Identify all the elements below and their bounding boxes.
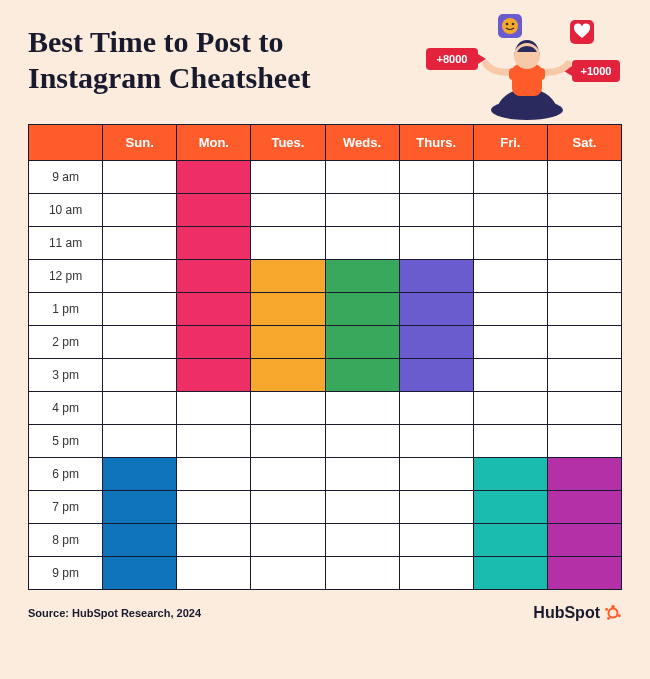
schedule-cell <box>473 227 547 260</box>
schedule-cell <box>473 293 547 326</box>
schedule-cell <box>177 194 251 227</box>
day-header: Mon. <box>177 125 251 161</box>
schedule-cell <box>399 557 473 590</box>
schedule-cell <box>325 293 399 326</box>
table-row: 8 pm <box>29 524 622 557</box>
schedule-cell <box>251 359 325 392</box>
schedule-cell <box>177 260 251 293</box>
hubspot-sprocket-icon <box>604 604 622 622</box>
table-row: 4 pm <box>29 392 622 425</box>
schedule-cell <box>473 359 547 392</box>
table-row: 1 pm <box>29 293 622 326</box>
day-header: Sat. <box>547 125 621 161</box>
emoji-icon <box>498 14 522 38</box>
time-label: 4 pm <box>29 392 103 425</box>
schedule-cell <box>251 293 325 326</box>
schedule-cell <box>399 524 473 557</box>
schedule-cell <box>473 458 547 491</box>
schedule-cell <box>399 458 473 491</box>
schedule-cell <box>103 557 177 590</box>
table-row: 7 pm <box>29 491 622 524</box>
source-attribution: Source: HubSpot Research, 2024 <box>28 607 201 619</box>
schedule-cell <box>325 392 399 425</box>
person-icon <box>486 40 568 120</box>
schedule-cell <box>103 161 177 194</box>
schedule-cell <box>251 524 325 557</box>
schedule-cell <box>547 491 621 524</box>
schedule-cell <box>325 491 399 524</box>
schedule-cell <box>473 260 547 293</box>
schedule-cell <box>547 326 621 359</box>
schedule-cell <box>547 392 621 425</box>
schedule-cell <box>547 260 621 293</box>
schedule-cell <box>103 194 177 227</box>
schedule-cell <box>325 161 399 194</box>
day-header: Fri. <box>473 125 547 161</box>
schedule-cell <box>473 425 547 458</box>
schedule-cell <box>399 293 473 326</box>
schedule-cell <box>103 491 177 524</box>
time-label: 2 pm <box>29 326 103 359</box>
schedule-cell <box>103 260 177 293</box>
svg-point-18 <box>607 617 610 620</box>
svg-point-7 <box>506 23 509 26</box>
schedule-cell <box>103 425 177 458</box>
schedule-cell <box>399 491 473 524</box>
schedule-cell <box>251 161 325 194</box>
schedule-cell <box>325 260 399 293</box>
schedule-cell <box>399 161 473 194</box>
schedule-cell <box>251 227 325 260</box>
schedule-cell <box>325 227 399 260</box>
right-badge-text: +1000 <box>581 65 612 77</box>
schedule-cell <box>177 458 251 491</box>
schedule-cell <box>103 293 177 326</box>
schedule-cell <box>177 161 251 194</box>
time-label: 3 pm <box>29 359 103 392</box>
schedule-cell <box>547 293 621 326</box>
schedule-cell <box>547 161 621 194</box>
schedule-cell <box>103 392 177 425</box>
schedule-cell <box>251 392 325 425</box>
schedule-table: Sun.Mon.Tues.Weds.Thurs.Fri.Sat. 9 am10 … <box>28 124 622 590</box>
svg-point-17 <box>618 614 621 617</box>
svg-point-15 <box>611 605 615 609</box>
table-row: 12 pm <box>29 260 622 293</box>
svg-point-8 <box>512 23 515 26</box>
footer: Source: HubSpot Research, 2024 HubSpot <box>28 604 622 622</box>
schedule-cell <box>103 458 177 491</box>
schedule-cell <box>177 524 251 557</box>
schedule-cell <box>177 359 251 392</box>
schedule-cell <box>473 161 547 194</box>
schedule-cell <box>177 557 251 590</box>
time-label: 9 pm <box>29 557 103 590</box>
schedule-cell <box>547 458 621 491</box>
schedule-cell <box>325 557 399 590</box>
schedule-cell <box>325 359 399 392</box>
table-row: 5 pm <box>29 425 622 458</box>
svg-rect-13 <box>535 68 545 80</box>
schedule-cell <box>547 425 621 458</box>
day-header: Weds. <box>325 125 399 161</box>
svg-rect-12 <box>509 68 519 80</box>
left-badge-text: +8000 <box>437 53 468 65</box>
time-label: 10 am <box>29 194 103 227</box>
time-label: 8 pm <box>29 524 103 557</box>
schedule-cell <box>547 524 621 557</box>
schedule-cell <box>177 392 251 425</box>
time-label: 5 pm <box>29 425 103 458</box>
logo-text: HubSpot <box>533 604 600 622</box>
schedule-cell <box>325 194 399 227</box>
time-label: 1 pm <box>29 293 103 326</box>
right-badge-icon: +1000 <box>564 60 620 82</box>
page-title: Best Time to Post to Instagram Cheatshee… <box>28 24 408 96</box>
schedule-cell <box>103 326 177 359</box>
header-corner <box>29 125 103 161</box>
title-line-2: Instagram Cheatsheet <box>28 61 310 94</box>
schedule-cell <box>325 425 399 458</box>
day-header: Thurs. <box>399 125 473 161</box>
schedule-cell <box>177 293 251 326</box>
svg-point-16 <box>605 608 608 611</box>
schedule-cell <box>251 326 325 359</box>
table-row: 2 pm <box>29 326 622 359</box>
schedule-cell <box>325 326 399 359</box>
